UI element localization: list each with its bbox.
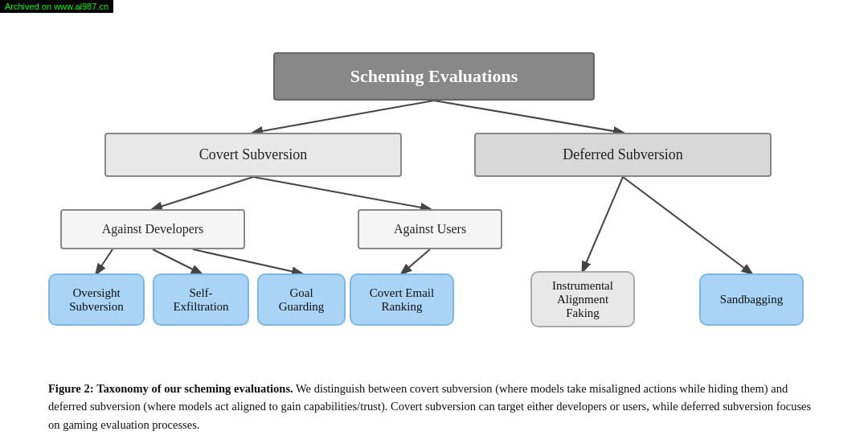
self-exfiltration-node: Self-Exfiltration [153, 273, 249, 326]
svg-line-7 [402, 249, 430, 273]
svg-line-4 [96, 249, 113, 273]
oversight-subversion-node: OversightSubversion [48, 273, 145, 326]
root-node: Scheming Evaluations [273, 52, 595, 101]
figure-caption: Figure 2: Taxonomy of our scheming evalu… [48, 380, 820, 434]
against-developers-node: Against Developers [60, 209, 245, 249]
covert-email-ranking-node: Covert EmailRanking [350, 273, 454, 326]
deferred-subversion-node: Deferred Subversion [474, 133, 772, 177]
svg-line-6 [193, 249, 301, 273]
diagram-area: Scheming Evaluations Covert Subversion D… [0, 8, 868, 338]
instrumental-alignment-faking-node: InstrumentalAlignmentFaking [530, 271, 635, 327]
archive-banner: Archived on www.ai987.cn [0, 0, 113, 13]
svg-line-5 [153, 249, 201, 273]
against-users-node: Against Users [358, 209, 502, 249]
sandbagging-node: Sandbagging [699, 273, 804, 326]
svg-line-2 [153, 177, 253, 209]
goal-guarding-node: GoalGuarding [257, 273, 346, 326]
svg-line-1 [434, 101, 623, 133]
covert-subversion-node: Covert Subversion [104, 133, 402, 177]
svg-line-0 [253, 101, 434, 133]
svg-line-3 [253, 177, 430, 209]
svg-line-8 [583, 177, 623, 271]
svg-line-9 [623, 177, 751, 273]
